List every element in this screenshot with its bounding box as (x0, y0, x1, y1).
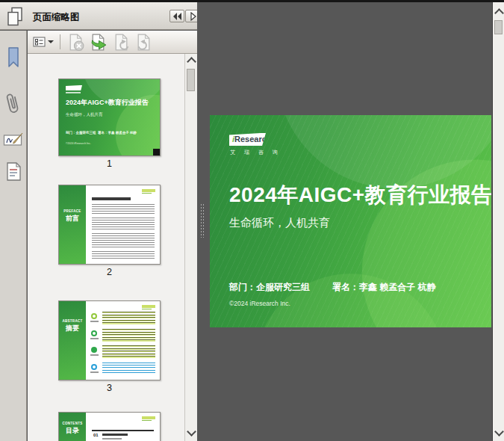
page-number-label: 3 (58, 383, 161, 393)
thumbnail-page-2[interactable]: PREFACE 前言 (58, 185, 161, 265)
thumbnails-toolbar (28, 31, 197, 54)
side-label-zh: 目录 (59, 426, 86, 436)
thumbnail-page-1[interactable]: 2024年AIGC+教育行业报告 生命循环，人机共育 部门：企服研究三组 署名：… (58, 78, 161, 156)
thumbnail-item-4[interactable]: CONTENTS 目录 01 (58, 412, 161, 441)
mini-heading-bar (92, 197, 131, 200)
scroll-up-arrow-icon[interactable] (494, 8, 504, 18)
expand-right-icon (189, 12, 197, 21)
mini-text-block (92, 251, 155, 259)
extract-page-button[interactable] (89, 32, 108, 52)
collapse-panel-button[interactable] (169, 10, 184, 22)
mini-logo-chip (142, 416, 155, 421)
bookmarks-tab[interactable] (3, 45, 24, 70)
scroll-down-arrow-icon[interactable] (187, 427, 196, 437)
report-byline: 部门：企服研究三组 署名：李鑫 赖孟合子 杭静 (229, 281, 436, 294)
extract-page-icon (89, 33, 108, 52)
mini-highlight-text (102, 312, 155, 324)
scrollbar-thumb[interactable] (494, 20, 503, 34)
logo-chinese-name: 艾 瑞 咨 询 (230, 149, 281, 156)
panel-splitter-handle[interactable] (200, 203, 205, 238)
mini-cover-title: 2024年AIGC+教育行业报告 (66, 98, 149, 108)
mini-ring-icon-green (91, 330, 97, 336)
preface-side-column: PREFACE 前言 (59, 185, 86, 265)
toc-rule (92, 430, 154, 431)
logo-rest: Research (234, 135, 272, 144)
mini-iresearch-logo (66, 85, 82, 90)
mini-cover-subtitle: 生命循环，人机共育 (66, 112, 103, 117)
department-line: 部门：企服研究三组 (229, 281, 310, 294)
options-list-icon (33, 37, 46, 47)
mini-text-block (92, 233, 155, 248)
mini-text-block (92, 218, 155, 230)
mini-logo-chip (142, 305, 155, 309)
signature-icon (3, 132, 24, 148)
mini-circle-caption (90, 371, 99, 373)
mini-circle-caption (90, 321, 99, 322)
mini-dept-line: 部门：企服研究三组 (66, 131, 96, 135)
dropdown-caret-icon (48, 40, 54, 43)
bookmark-icon (6, 46, 21, 69)
side-label-zh: 前言 (59, 214, 86, 223)
pdf-viewer-window: { "panel": { "title": "页面缩略图" }, "icons"… (0, 0, 504, 441)
options-menu-button[interactable] (33, 32, 54, 52)
collapse-double-left-icon (172, 12, 182, 21)
mini-sign-line: 署名：李鑫 赖孟合子 杭静 (98, 131, 137, 135)
thumbnail-item-2[interactable]: PREFACE 前言 2 (58, 185, 161, 265)
copyright-line: ©2024 iResearch Inc. (229, 300, 290, 307)
thumbnail-item-3[interactable]: ABSTRACT 摘要 3 (58, 300, 161, 380)
mini-circle-caption (90, 354, 99, 356)
scroll-up-arrow-icon[interactable] (187, 57, 196, 67)
side-label-zh: 摘要 (59, 324, 86, 333)
rotate-right-page-button[interactable] (134, 32, 153, 52)
slide-page-1[interactable]: iResearch 艾 瑞 咨 询 2024年AIGC+教育行业报告 生命循环，… (210, 115, 491, 327)
mini-ring-icon-blue (91, 364, 97, 370)
document-view[interactable]: iResearch 艾 瑞 咨 询 2024年AIGC+教育行业报告 生命循环，… (197, 2, 492, 441)
thumbnails-panel-header: 页面缩略图 (0, 2, 197, 30)
delete-page-icon (66, 33, 85, 52)
rotate-left-page-button[interactable] (112, 32, 131, 52)
contents-side-column: CONTENTS 目录 (59, 413, 86, 441)
mini-ring-icon-green-light (91, 313, 97, 319)
mini-logo-chip (142, 189, 155, 194)
side-label-en: PREFACE (59, 209, 86, 213)
rotate-left-page-icon (112, 33, 131, 52)
report-title: 2024年AIGC+教育行业报告 (229, 181, 491, 209)
mini-disc-icon-green (91, 347, 97, 353)
thumbnail-page-4[interactable]: CONTENTS 目录 01 (58, 412, 161, 441)
mini-blue-text (102, 363, 155, 373)
paperclip-icon (4, 91, 22, 117)
abstract-side-column: ABSTRACT 摘要 (59, 301, 86, 380)
thumbnail-list: 2024年AIGC+教育行业报告 生命循环，人机共育 部门：企服研究三组 署名：… (28, 54, 184, 441)
document-scrollbar[interactable] (492, 2, 504, 441)
thumbnail-scrollbar[interactable] (184, 54, 197, 441)
thumbnail-page-3[interactable]: ABSTRACT 摘要 (58, 300, 161, 380)
scrollbar-thumb[interactable] (187, 69, 195, 91)
page-number-label: 1 (58, 158, 161, 169)
mini-logo-subline (66, 92, 81, 93)
comments-tab[interactable] (3, 158, 24, 184)
signature-line: 署名：李鑫 赖孟合子 杭静 (332, 281, 436, 294)
mini-circle-caption (90, 338, 99, 339)
attachments-tab[interactable] (3, 91, 24, 117)
page-view-indicator[interactable] (153, 149, 160, 155)
mini-highlight-text (102, 345, 155, 359)
scroll-down-arrow-icon[interactable] (494, 427, 504, 437)
toolbar-separator (60, 34, 60, 49)
toc-heading-bar (102, 434, 128, 436)
side-label-en: CONTENTS (59, 422, 86, 425)
rotate-right-page-icon (134, 33, 153, 52)
toc-section-number: 01 (93, 433, 99, 437)
mini-text-block (92, 204, 155, 215)
panel-title: 页面缩略图 (33, 4, 80, 30)
signatures-tab[interactable] (3, 127, 24, 152)
page-number-label: 2 (58, 267, 161, 277)
page-thumbnails-icon[interactable] (5, 6, 25, 30)
comment-note-icon (5, 161, 22, 182)
toc-subheading-bar (102, 438, 122, 440)
report-subtitle: 生命循环，人机共育 (229, 216, 330, 230)
thumbnail-item-1[interactable]: 2024年AIGC+教育行业报告 生命循环，人机共育 部门：企服研究三组 署名：… (58, 78, 161, 156)
delete-page-button[interactable] (66, 32, 85, 52)
mini-copyright: ©2024 iResearch Inc. (66, 142, 91, 145)
mini-highlight-text (102, 329, 155, 342)
iresearch-logo: iResearch (229, 133, 266, 146)
